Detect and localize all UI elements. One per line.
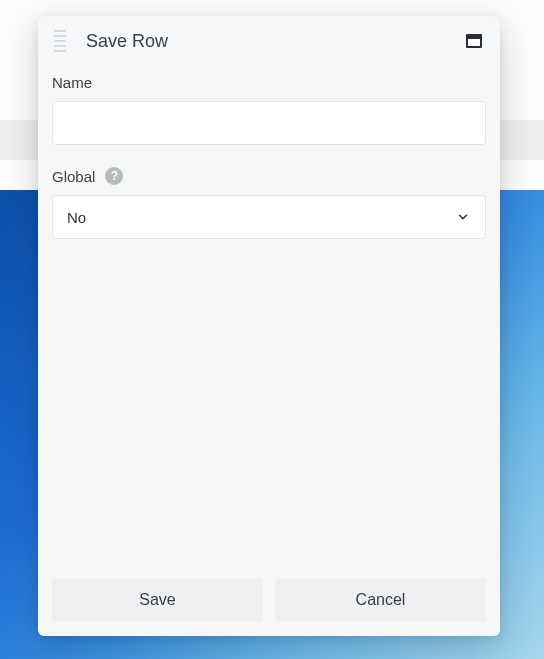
modal-body: Name Global ? No: [38, 62, 500, 578]
name-label: Name: [52, 74, 92, 91]
cancel-button[interactable]: Cancel: [275, 578, 486, 622]
global-label: Global: [52, 168, 95, 185]
modal-footer: Save Cancel: [38, 578, 500, 636]
global-select-value: No: [67, 209, 86, 226]
name-field: Name: [52, 74, 486, 145]
save-button[interactable]: Save: [52, 578, 263, 622]
name-input[interactable]: [52, 101, 486, 145]
global-select[interactable]: No: [52, 195, 486, 239]
modal-title: Save Row: [86, 31, 168, 52]
save-row-modal: Save Row Name Global ? No: [38, 16, 500, 636]
modal-header: Save Row: [38, 16, 500, 62]
drag-handle-icon[interactable]: [54, 30, 70, 52]
global-field: Global ? No: [52, 167, 486, 239]
help-icon[interactable]: ?: [105, 167, 123, 185]
expand-window-icon[interactable]: [466, 34, 482, 48]
